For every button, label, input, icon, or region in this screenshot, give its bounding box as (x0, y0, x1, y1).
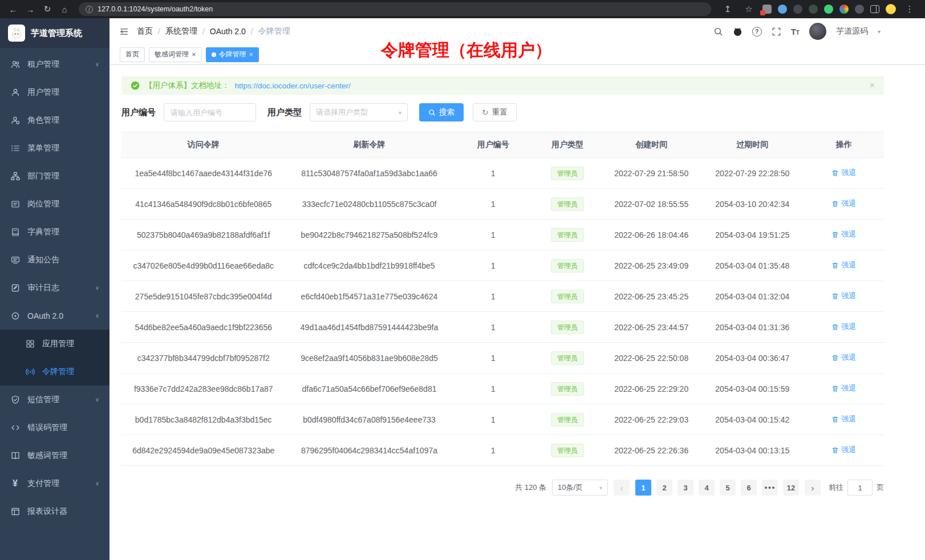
words-icon (10, 451, 20, 460)
extension-icon-4[interactable] (824, 5, 833, 14)
tab-home[interactable]: 首页 (120, 47, 145, 62)
pagination-page-12[interactable]: 12 (783, 480, 799, 496)
pagination-page-4[interactable]: 4 (699, 480, 715, 496)
sidebar-item-oauth2-app[interactable]: 应用管理 (0, 330, 109, 358)
expire-time-cell: 2054-03-04 00:13:15 (701, 435, 804, 466)
sidebar-item-label: 字典管理 (27, 227, 59, 237)
pagination-page-2[interactable]: 2 (656, 480, 672, 496)
sidebar-item-oauth2-token[interactable]: 令牌管理 (0, 358, 109, 385)
user-avatar[interactable] (809, 23, 826, 40)
sidebar-item-user[interactable]: 用户管理 (0, 78, 109, 106)
column-header: 操作 (804, 132, 884, 158)
sidebar-item-report-designer[interactable]: 报表设计器 (0, 497, 109, 525)
username[interactable]: 芋道源码 (836, 26, 868, 36)
app-logo[interactable]: 芋道管理系统 (0, 18, 109, 48)
pagination-prev-button[interactable]: ‹ (614, 480, 630, 496)
user-type-badge: 管理员 (551, 228, 584, 242)
sidebar-item-pay[interactable]: ¥支付管理∨ (0, 469, 109, 497)
close-icon[interactable]: × (192, 51, 196, 58)
force-logout-button[interactable]: 强退 (831, 352, 856, 363)
reload-icon[interactable]: ↻ (40, 2, 55, 16)
browser-menu-icon[interactable]: ⋮ (902, 2, 917, 16)
force-logout-button[interactable]: 强退 (831, 414, 856, 424)
goto-page-input[interactable] (847, 480, 873, 496)
reset-button-label: 重置 (492, 107, 508, 117)
pagination-pages: 123456●●●12 (635, 480, 799, 496)
extensions-icon[interactable] (762, 5, 772, 14)
pagination-more[interactable]: ●●● (762, 480, 778, 496)
doc-link[interactable]: https://doc.iocoder.cn/user-center/ (235, 82, 351, 90)
create-time-cell: 2022-06-25 22:50:08 (602, 343, 701, 374)
breadcrumb-item[interactable]: OAuth 2.0 (210, 27, 246, 36)
fullscreen-icon[interactable] (772, 27, 781, 36)
breadcrumb-item[interactable]: 系统管理 (165, 26, 197, 36)
users-icon (10, 59, 20, 69)
force-logout-button[interactable]: 强退 (831, 168, 856, 178)
sidebar-item-oauth2[interactable]: OAuth 2.0∧ (0, 302, 109, 330)
table-row: f9336e7c7dd242a283ee98dc86b17a87dfa6c71a… (121, 374, 884, 404)
close-icon[interactable]: × (249, 51, 254, 58)
hamburger-icon[interactable] (119, 27, 129, 36)
site-info-icon[interactable]: i (86, 6, 93, 13)
sidebar-item-tenant[interactable]: 租户管理∨ (0, 50, 109, 78)
expire-time-cell: 2054-03-04 19:51:25 (701, 220, 804, 250)
bookmark-star-icon[interactable]: ☆ (741, 2, 756, 16)
access-token-cell: b0d1785bc3a8482f812db4a3f3bd15ec (121, 404, 285, 435)
sidebar-item-menu[interactable]: 菜单管理 (0, 134, 109, 162)
search-button[interactable]: 搜索 (419, 103, 464, 121)
reset-button[interactable]: ↻ 重置 (473, 103, 517, 121)
github-icon[interactable] (733, 27, 743, 36)
user-id-cell: 1 (453, 189, 533, 220)
extension-icon-2[interactable] (793, 5, 802, 14)
extension-icon-3[interactable] (809, 5, 818, 14)
pagination-page-5[interactable]: 5 (720, 480, 736, 496)
report-icon (10, 506, 20, 516)
force-logout-button[interactable]: 强退 (831, 291, 856, 301)
sidebar-item-dict[interactable]: 字典管理 (0, 218, 109, 246)
tab-sensitive-words[interactable]: 敏感词管理× (149, 47, 202, 62)
tab-token[interactable]: 令牌管理× (206, 47, 259, 62)
force-logout-button[interactable]: 强退 (831, 322, 856, 332)
sidebar-item-post[interactable]: 岗位管理 (0, 190, 109, 218)
sidebar-item-sms[interactable]: 短信管理∨ (0, 385, 109, 413)
sidebar-item-sensitive-words[interactable]: 敏感词管理 (0, 441, 109, 469)
user-type-badge: 管理员 (551, 259, 584, 273)
font-size-icon[interactable]: TT (791, 27, 800, 36)
pagination-next-button[interactable]: › (805, 480, 821, 496)
breadcrumb-item[interactable]: 首页 (137, 26, 153, 36)
pagination-page-6[interactable]: 6 (741, 480, 757, 496)
force-logout-button[interactable]: 强退 (831, 229, 856, 240)
force-logout-button[interactable]: 强退 (831, 445, 856, 455)
search-icon[interactable] (713, 27, 723, 36)
dict-icon (10, 227, 20, 237)
sidebar-item-label: 租户管理 (27, 59, 59, 70)
force-logout-button[interactable]: 强退 (831, 383, 856, 393)
sidebar-item-notice[interactable]: 通知公告 (0, 246, 109, 274)
sidebar-item-audit-log[interactable]: 审计日志∨ (0, 274, 109, 302)
access-token-cell: 54d6be82ee5a460a9aedc1f9bf223656 (121, 312, 285, 343)
force-logout-button[interactable]: 强退 (831, 198, 856, 209)
home-icon[interactable]: ⌂ (57, 2, 72, 16)
forward-icon[interactable]: → (23, 2, 38, 16)
force-logout-button[interactable]: 强退 (831, 260, 856, 270)
browser-profile-avatar[interactable] (886, 4, 896, 14)
user-id-input[interactable] (164, 103, 256, 121)
sidebar-item-role[interactable]: 角色管理 (0, 106, 109, 134)
pagination-page-1[interactable]: 1 (635, 480, 651, 496)
page-size-select[interactable]: 10条/页 ▾ (552, 480, 608, 496)
pagination-page-3[interactable]: 3 (677, 480, 693, 496)
extension-icon-1[interactable] (778, 5, 787, 14)
help-icon[interactable]: ? (752, 27, 762, 36)
address-bar[interactable]: i 127.0.0.1:1024/system/oauth2/token (79, 2, 711, 16)
back-icon[interactable]: ← (6, 2, 21, 16)
sidebar-item-error-code[interactable]: 错误码管理 (0, 413, 109, 441)
extension-icon-6[interactable] (855, 5, 864, 14)
extension-icon-5[interactable] (839, 5, 849, 14)
share-icon[interactable]: ↥ (720, 2, 735, 16)
user-type-select[interactable]: 请选择用户类型 ▾ (310, 103, 408, 121)
side-panel-icon[interactable] (870, 5, 879, 13)
user-icon (10, 87, 20, 97)
close-icon[interactable]: × (870, 81, 875, 90)
chevron-down-icon[interactable]: ▾ (878, 29, 881, 35)
sidebar-item-dept[interactable]: 部门管理 (0, 162, 109, 190)
